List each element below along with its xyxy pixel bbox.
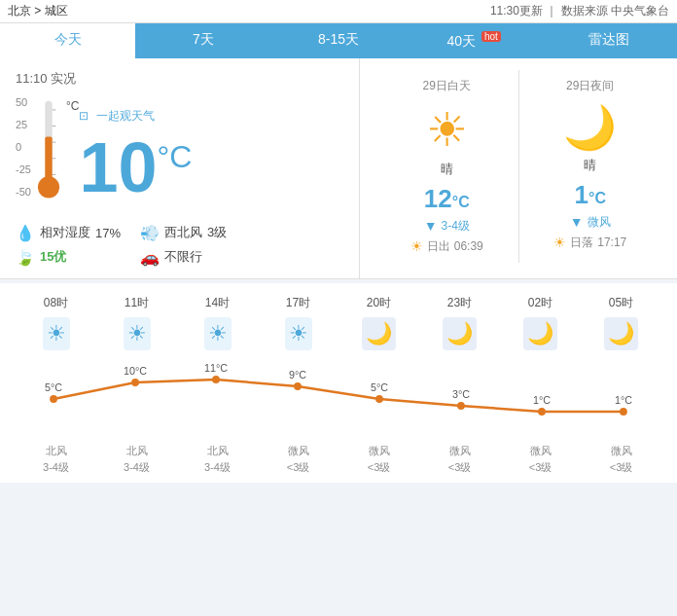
svg-text:9°C: 9°C	[289, 369, 306, 380]
night-forecast: 29日夜间 🌙 晴 1°C ▼ 微风 ☀ 日落 17:17	[519, 70, 662, 263]
current-temperature: 10°C	[79, 132, 192, 202]
wind-down-icon-night: ▼	[570, 214, 584, 230]
svg-text:1°C: 1°C	[533, 394, 551, 406]
weather-info: 💧 相对湿度 17% 🍃 15优 💨 西北风 3级 🚗 不限行	[16, 224, 343, 267]
day-temp: 12°C	[383, 184, 511, 214]
hour-col: 14时 ☀	[177, 295, 258, 354]
svg-text:1°C: 1°C	[615, 394, 632, 406]
hour-label: 17时	[258, 295, 338, 311]
forecast-panel: 29日白天 ☀ 晴 12°C ▼ 3-4级 ☀ 日出 06:39 29日夜间	[360, 58, 677, 278]
day-desc: 晴	[383, 161, 511, 178]
hour-label: 20时	[338, 295, 419, 311]
svg-point-15	[294, 382, 302, 390]
hour-col: 08时 ☀	[16, 295, 96, 354]
tab-7day[interactable]: 7天	[135, 23, 270, 58]
wind-direction: 微风	[581, 444, 661, 458]
hour-weather-icon: ☀	[124, 317, 151, 350]
hour-weather-icon: 🌙	[523, 317, 557, 350]
wind-col: 微风	[258, 442, 338, 458]
hour-col: 17时 ☀	[258, 295, 338, 354]
wind-col: 北风	[96, 442, 177, 458]
wind-level: <3级	[338, 460, 419, 475]
wind-col: 微风	[338, 442, 419, 458]
hour-col: 20时 🌙	[338, 295, 419, 354]
svg-point-11	[131, 379, 139, 386]
current-weather-panel: 11:10 实况 50 25 0 -25 -50	[0, 58, 360, 278]
wind-icon: 💨	[140, 224, 160, 242]
humidity-value: 17%	[95, 226, 121, 240]
aqi-item: 🍃 15优	[16, 248, 121, 267]
wind-col: 微风	[500, 442, 581, 458]
svg-text:5°C: 5°C	[371, 381, 388, 393]
hour-weather-icon: 🌙	[362, 317, 396, 350]
temperature-chart: 5°C10°C11°C9°C5°C3°C1°C1°C	[16, 360, 661, 438]
hour-weather-icon: ☀	[204, 317, 232, 350]
sunrise-info: ☀ 日出 06:39	[383, 238, 511, 255]
wind-grid: 北风北风北风微风微风微风微风微风	[16, 442, 661, 458]
wind-direction: 微风	[419, 444, 500, 458]
svg-point-17	[375, 395, 383, 403]
wind-item: 💨 西北风 3级	[140, 224, 227, 242]
tab-40day[interactable]: 40天 hot	[407, 23, 542, 58]
tab-8-15day[interactable]: 8-15天	[270, 23, 406, 58]
data-source: 数据来源 中央气象台	[561, 4, 669, 18]
day-forecast: 29日白天 ☀ 晴 12°C ▼ 3-4级 ☀ 日出 06:39	[375, 70, 519, 263]
wind-direction: 西北风	[164, 224, 202, 241]
svg-text:10°C: 10°C	[124, 365, 147, 377]
hour-label: 14时	[177, 295, 258, 311]
aqi-value: 15优	[40, 248, 66, 266]
wind-level-col: 3-4级	[177, 460, 258, 475]
hot-badge: hot	[481, 31, 501, 42]
wind-col: 微风	[581, 442, 661, 458]
hourly-grid: 08时 ☀ 11时 ☀ 14时 ☀ 17时 ☀ 20时 🌙 23时 🌙 02时 …	[16, 295, 661, 354]
info-col-right: 💨 西北风 3级 🚗 不限行	[140, 224, 227, 267]
tab-radar[interactable]: 雷达图	[542, 23, 677, 58]
hour-label: 11时	[96, 295, 177, 311]
hour-col: 11时 ☀	[96, 295, 177, 354]
observe-weather-link[interactable]: ⊡ 一起观天气	[79, 108, 154, 125]
wind-level-col: <3级	[581, 460, 661, 475]
hour-col: 23时 🌙	[419, 295, 500, 354]
wind-direction: 微风	[258, 444, 338, 458]
wind-col: 微风	[419, 442, 500, 458]
traffic-label: 不限行	[164, 248, 202, 266]
svg-point-23	[620, 408, 627, 416]
day-date: 29日白天	[383, 78, 511, 94]
hourly-section: 08时 ☀ 11时 ☀ 14时 ☀ 17时 ☀ 20时 🌙 23时 🌙 02时 …	[0, 283, 677, 483]
svg-point-3	[42, 180, 56, 195]
wind-direction: 微风	[338, 444, 419, 458]
sunset-info: ☀ 日落 17:17	[527, 235, 655, 251]
hour-weather-icon: 🌙	[443, 317, 477, 350]
wind-level-col: 3-4级	[16, 460, 96, 475]
wind-level-grid: 3-4级3-4级3-4级<3级<3级<3级<3级<3级	[16, 460, 661, 475]
hour-label: 02时	[500, 295, 581, 311]
svg-point-13	[212, 376, 220, 383]
svg-text:11°C: 11°C	[204, 362, 228, 374]
wind-down-icon: ▼	[424, 218, 438, 234]
svg-point-21	[538, 408, 546, 416]
car-icon: 🚗	[140, 248, 160, 267]
weather-main: 50 25 0 -25 -50	[16, 97, 343, 214]
wind-level: 3-4级	[96, 460, 177, 475]
night-temp: 1°C	[527, 180, 655, 210]
wind-direction: 北风	[16, 444, 96, 458]
wind-col: 北风	[177, 442, 258, 458]
hour-col: 02时 🌙	[500, 295, 581, 354]
sun-icon: ☀	[383, 102, 511, 157]
wind-level: <3级	[419, 460, 500, 475]
wind-direction: 北风	[96, 444, 177, 458]
hour-label: 08时	[16, 295, 96, 311]
breadcrumb: 北京 > 城区	[8, 3, 68, 19]
tab-today[interactable]: 今天	[0, 23, 135, 58]
wind-direction: 微风	[500, 444, 581, 458]
wind-level-col: <3级	[258, 460, 338, 475]
night-wind: ▼ 微风	[527, 214, 655, 231]
wind-level-col: <3级	[419, 460, 500, 475]
humidity-item: 💧 相对湿度 17%	[16, 224, 121, 242]
svg-text:5°C: 5°C	[45, 381, 62, 393]
update-info: 11:30更新 ｜ 数据来源 中央气象台	[490, 3, 669, 19]
humidity-icon: 💧	[16, 224, 35, 242]
night-desc: 晴	[527, 157, 655, 174]
aqi-icon: 🍃	[16, 248, 35, 267]
traffic-item: 🚗 不限行	[140, 248, 227, 267]
